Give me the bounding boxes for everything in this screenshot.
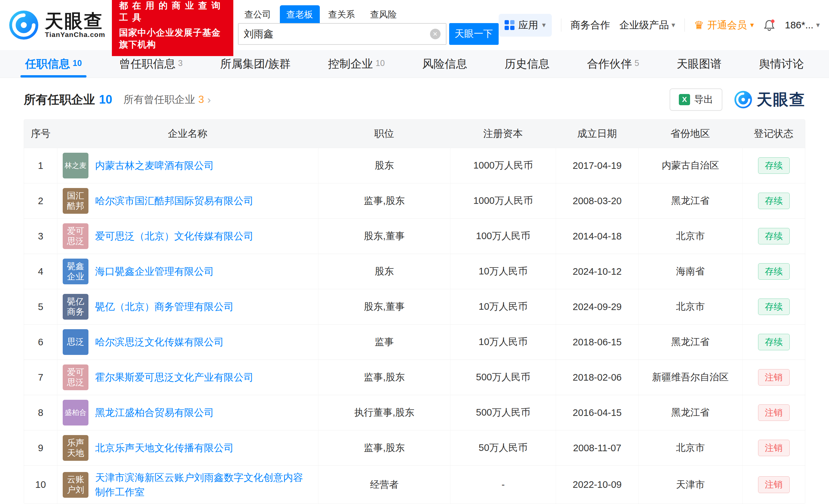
company-logo-text: 云账 [67,474,84,484]
company-cell: 云账户刘天津市滨海新区云账户刘雨鑫数字文化创意内容制作工作室 [57,466,318,504]
status-badge: 存续 [758,193,790,209]
page-tab[interactable]: 所属集团/族群 [219,50,292,78]
search-tab[interactable]: 查关系 [322,5,362,23]
status-badge: 注销 [758,440,790,456]
province-cell: 天津市 [638,466,742,504]
company-name-link[interactable]: 甖亿（北京）商务管理有限公司 [95,300,233,314]
row-index: 8 [24,403,57,423]
company-logo-text: 爱可 [67,226,84,236]
company-name-link[interactable]: 霍尔果斯爱可思泛文化产业有限公司 [95,370,253,385]
account-phone-button[interactable]: 186*... ▾ [785,20,820,31]
column-header: 注册资本 [450,120,556,148]
company-name-link[interactable]: 海口甖鑫企业管理有限公司 [95,264,214,279]
company-logo: 云账户刘 [63,472,88,498]
status-badge: 存续 [758,299,790,315]
position-cell: 股东 [318,148,450,183]
status-cell: 存续 [742,324,805,359]
search-tab[interactable]: 查公司 [238,5,278,23]
section-subtitle: 所有曾任职企业 [123,93,195,107]
province-cell: 北京市 [638,219,742,254]
position-cell: 股东 [318,254,450,289]
column-header: 成立日期 [556,120,638,148]
position-cell: 监事,股东 [318,430,450,465]
page-tab[interactable]: 历史信息 [503,50,551,78]
former-positions-link[interactable]: 所有曾任职企业 3 › [123,93,211,107]
table-row: 8盛柏合黑龙江盛柏合贸易有限公司执行董事,股东500万人民币2016-04-15… [24,395,805,430]
search-tab[interactable]: 查老板 [280,5,320,23]
registered-capital-cell: 10万人民币 [450,289,556,324]
company-logo-text: 甖鑫 [67,261,84,271]
tianyancha-logo[interactable]: 天眼查 TianYanCha.com [8,9,105,41]
company-logo: 爱可思泛 [63,364,88,390]
status-cell: 注销 [742,430,805,465]
status-cell: 注销 [742,395,805,430]
company-logo-text: 爱可 [67,367,84,377]
position-cell: 监事 [318,324,450,359]
company-logo-text: 盛柏合 [65,409,86,417]
established-date-cell: 2024-09-29 [556,289,638,324]
company-cell: 思泛哈尔滨思泛文化传媒有限公司 [57,324,318,359]
apps-label: 应用 [518,18,538,32]
tab-label: 历史信息 [505,56,549,72]
page-tab-bar: 任职信息10曾任职信息3所属集团/族群控制企业10风险信息历史信息合作伙伴5天眼… [0,50,829,78]
nav-item-enterprise-products[interactable]: 企业级产品 ▾ [619,18,675,32]
company-name-link[interactable]: 天津市滨海新区云账户刘雨鑫数字文化创意内容制作工作室 [95,470,309,499]
table-row: 6思泛哈尔滨思泛文化传媒有限公司监事10万人民币2018-06-15黑龙江省存续 [24,324,805,359]
status-badge: 注销 [758,404,790,421]
page-tab[interactable]: 风险信息 [421,50,468,78]
province-cell: 黑龙江省 [638,183,742,218]
tianyancha-watermark: 天眼查 [734,89,805,110]
position-cell: 监事,股东 [318,360,450,395]
established-date-cell: 2024-10-12 [556,254,638,289]
top-header: 天眼查 TianYanCha.com 都在用的商业查询工具 国家中小企业发展子基… [0,0,829,50]
status-badge: 存续 [758,228,790,244]
search-tab[interactable]: 查风险 [364,5,404,23]
tab-label: 所属集团/族群 [220,56,290,72]
table-header-row: 序号企业名称职位注册资本成立日期省份地区登记状态 [24,120,805,148]
position-cell: 经营者 [318,466,450,504]
company-logo: 思泛 [63,329,88,355]
table-row: 3爱可思泛爱可思泛（北京）文化传媒有限公司股东,董事100万人民币2014-04… [24,218,805,254]
province-cell: 内蒙古自治区 [638,148,742,183]
search-button[interactable]: 天眼一下 [449,23,499,45]
column-header: 序号 [24,120,57,148]
page-tab[interactable]: 天眼图谱 [675,50,723,78]
established-date-cell: 2018-06-15 [556,324,638,359]
vip-membership-button[interactable]: ♛ 开通会员 ▾ [694,18,754,32]
company-name-link[interactable]: 黑龙江盛柏合贸易有限公司 [95,405,214,420]
province-cell: 北京市 [638,430,742,465]
company-logo-text: 乐声 [67,438,84,448]
page-tab[interactable]: 任职信息10 [24,50,83,78]
status-cell: 存续 [742,148,805,183]
chevron-down-icon: ▾ [542,21,546,29]
company-name-link[interactable]: 内蒙古林之麦啤酒有限公司 [95,158,214,173]
page-tab[interactable]: 合作伙伴5 [586,50,641,78]
apps-menu-button[interactable]: 应用 ▾ [499,14,552,37]
search-area: 查公司查老板查关系查风险 × 天眼一下 [238,5,499,45]
company-name-link[interactable]: 北京乐声天地文化传播有限公司 [95,441,233,455]
company-name-link[interactable]: 爱可思泛（北京）文化传媒有限公司 [95,229,253,243]
page-tab[interactable]: 控制企业10 [327,50,386,78]
promo-line-1: 都在用的商业查询工具 [119,0,226,24]
row-index: 10 [24,475,57,495]
excel-icon: X [679,94,690,105]
clear-search-icon[interactable]: × [430,29,440,39]
registered-capital-cell: - [450,466,556,504]
nav-item-business-cooperation[interactable]: 商务合作 [571,18,610,32]
row-index: 6 [24,332,57,352]
notification-bell-button[interactable] [763,19,776,31]
export-button[interactable]: X 导出 [670,88,722,111]
chevron-down-icon: ▾ [672,21,675,29]
search-input[interactable] [244,28,430,40]
tab-count: 3 [178,59,182,68]
company-logo: 爱可思泛 [63,223,88,249]
position-cell: 股东,董事 [318,289,450,324]
page-tab[interactable]: 曾任职信息3 [118,50,184,78]
company-name-link[interactable]: 哈尔滨市国汇酷邦国际贸易有限公司 [95,194,253,208]
page-tab[interactable]: 舆情讨论 [758,50,805,78]
tab-label: 合作伙伴 [587,56,632,72]
company-name-link[interactable]: 哈尔滨思泛文化传媒有限公司 [95,335,224,349]
notification-dot [771,20,774,23]
company-logo: 盛柏合 [63,400,88,426]
company-logo-text: 酷邦 [67,201,84,211]
